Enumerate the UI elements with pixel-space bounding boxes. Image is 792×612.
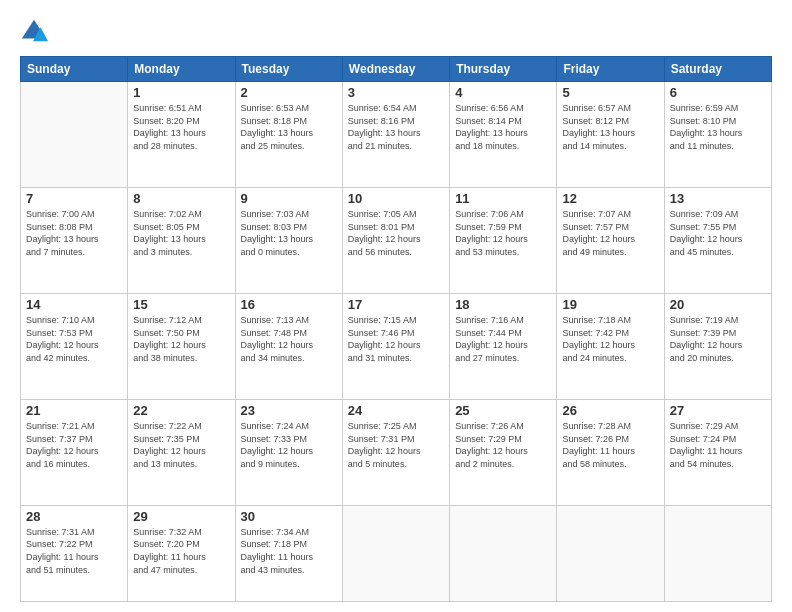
day-number: 12	[562, 191, 658, 206]
table-row	[450, 505, 557, 601]
cell-info: Sunrise: 7:13 AM Sunset: 7:48 PM Dayligh…	[241, 314, 337, 364]
table-row: 17Sunrise: 7:15 AM Sunset: 7:46 PM Dayli…	[342, 293, 449, 399]
cell-info: Sunrise: 6:57 AM Sunset: 8:12 PM Dayligh…	[562, 102, 658, 152]
cell-info: Sunrise: 7:19 AM Sunset: 7:39 PM Dayligh…	[670, 314, 766, 364]
day-number: 18	[455, 297, 551, 312]
logo-icon	[20, 18, 48, 46]
table-row: 21Sunrise: 7:21 AM Sunset: 7:37 PM Dayli…	[21, 399, 128, 505]
cell-info: Sunrise: 6:54 AM Sunset: 8:16 PM Dayligh…	[348, 102, 444, 152]
calendar-week-2: 7Sunrise: 7:00 AM Sunset: 8:08 PM Daylig…	[21, 187, 772, 293]
day-number: 2	[241, 85, 337, 100]
day-number: 9	[241, 191, 337, 206]
cell-info: Sunrise: 7:28 AM Sunset: 7:26 PM Dayligh…	[562, 420, 658, 470]
day-number: 23	[241, 403, 337, 418]
day-number: 30	[241, 509, 337, 524]
cell-info: Sunrise: 7:12 AM Sunset: 7:50 PM Dayligh…	[133, 314, 229, 364]
day-number: 24	[348, 403, 444, 418]
cell-info: Sunrise: 7:06 AM Sunset: 7:59 PM Dayligh…	[455, 208, 551, 258]
table-row: 13Sunrise: 7:09 AM Sunset: 7:55 PM Dayli…	[664, 187, 771, 293]
day-number: 29	[133, 509, 229, 524]
table-row: 11Sunrise: 7:06 AM Sunset: 7:59 PM Dayli…	[450, 187, 557, 293]
cell-info: Sunrise: 7:29 AM Sunset: 7:24 PM Dayligh…	[670, 420, 766, 470]
day-number: 27	[670, 403, 766, 418]
day-number: 20	[670, 297, 766, 312]
day-number: 21	[26, 403, 122, 418]
table-row: 29Sunrise: 7:32 AM Sunset: 7:20 PM Dayli…	[128, 505, 235, 601]
table-row: 26Sunrise: 7:28 AM Sunset: 7:26 PM Dayli…	[557, 399, 664, 505]
cell-info: Sunrise: 7:02 AM Sunset: 8:05 PM Dayligh…	[133, 208, 229, 258]
logo	[20, 18, 52, 46]
cell-info: Sunrise: 7:26 AM Sunset: 7:29 PM Dayligh…	[455, 420, 551, 470]
day-header-thursday: Thursday	[450, 57, 557, 82]
day-number: 5	[562, 85, 658, 100]
table-row: 19Sunrise: 7:18 AM Sunset: 7:42 PM Dayli…	[557, 293, 664, 399]
table-row: 1Sunrise: 6:51 AM Sunset: 8:20 PM Daylig…	[128, 82, 235, 188]
day-number: 6	[670, 85, 766, 100]
table-row: 6Sunrise: 6:59 AM Sunset: 8:10 PM Daylig…	[664, 82, 771, 188]
table-row: 14Sunrise: 7:10 AM Sunset: 7:53 PM Dayli…	[21, 293, 128, 399]
cell-info: Sunrise: 7:00 AM Sunset: 8:08 PM Dayligh…	[26, 208, 122, 258]
day-number: 22	[133, 403, 229, 418]
page: SundayMondayTuesdayWednesdayThursdayFrid…	[0, 0, 792, 612]
day-header-wednesday: Wednesday	[342, 57, 449, 82]
table-row: 9Sunrise: 7:03 AM Sunset: 8:03 PM Daylig…	[235, 187, 342, 293]
day-number: 19	[562, 297, 658, 312]
table-row	[21, 82, 128, 188]
day-header-saturday: Saturday	[664, 57, 771, 82]
cell-info: Sunrise: 7:09 AM Sunset: 7:55 PM Dayligh…	[670, 208, 766, 258]
table-row: 16Sunrise: 7:13 AM Sunset: 7:48 PM Dayli…	[235, 293, 342, 399]
calendar-week-4: 21Sunrise: 7:21 AM Sunset: 7:37 PM Dayli…	[21, 399, 772, 505]
cell-info: Sunrise: 7:05 AM Sunset: 8:01 PM Dayligh…	[348, 208, 444, 258]
calendar-table: SundayMondayTuesdayWednesdayThursdayFrid…	[20, 56, 772, 602]
table-row: 20Sunrise: 7:19 AM Sunset: 7:39 PM Dayli…	[664, 293, 771, 399]
header	[20, 18, 772, 46]
cell-info: Sunrise: 7:16 AM Sunset: 7:44 PM Dayligh…	[455, 314, 551, 364]
table-row	[664, 505, 771, 601]
cell-info: Sunrise: 7:25 AM Sunset: 7:31 PM Dayligh…	[348, 420, 444, 470]
day-number: 25	[455, 403, 551, 418]
day-number: 28	[26, 509, 122, 524]
table-row: 4Sunrise: 6:56 AM Sunset: 8:14 PM Daylig…	[450, 82, 557, 188]
day-number: 1	[133, 85, 229, 100]
calendar-week-1: 1Sunrise: 6:51 AM Sunset: 8:20 PM Daylig…	[21, 82, 772, 188]
day-number: 14	[26, 297, 122, 312]
table-row: 22Sunrise: 7:22 AM Sunset: 7:35 PM Dayli…	[128, 399, 235, 505]
day-number: 17	[348, 297, 444, 312]
cell-info: Sunrise: 7:07 AM Sunset: 7:57 PM Dayligh…	[562, 208, 658, 258]
day-number: 16	[241, 297, 337, 312]
table-row: 7Sunrise: 7:00 AM Sunset: 8:08 PM Daylig…	[21, 187, 128, 293]
table-row: 12Sunrise: 7:07 AM Sunset: 7:57 PM Dayli…	[557, 187, 664, 293]
table-row: 18Sunrise: 7:16 AM Sunset: 7:44 PM Dayli…	[450, 293, 557, 399]
day-number: 7	[26, 191, 122, 206]
table-row: 27Sunrise: 7:29 AM Sunset: 7:24 PM Dayli…	[664, 399, 771, 505]
table-row: 10Sunrise: 7:05 AM Sunset: 8:01 PM Dayli…	[342, 187, 449, 293]
table-row: 24Sunrise: 7:25 AM Sunset: 7:31 PM Dayli…	[342, 399, 449, 505]
calendar-week-3: 14Sunrise: 7:10 AM Sunset: 7:53 PM Dayli…	[21, 293, 772, 399]
table-row	[342, 505, 449, 601]
cell-info: Sunrise: 7:21 AM Sunset: 7:37 PM Dayligh…	[26, 420, 122, 470]
cell-info: Sunrise: 6:53 AM Sunset: 8:18 PM Dayligh…	[241, 102, 337, 152]
table-row: 2Sunrise: 6:53 AM Sunset: 8:18 PM Daylig…	[235, 82, 342, 188]
table-row: 23Sunrise: 7:24 AM Sunset: 7:33 PM Dayli…	[235, 399, 342, 505]
cell-info: Sunrise: 7:24 AM Sunset: 7:33 PM Dayligh…	[241, 420, 337, 470]
table-row: 15Sunrise: 7:12 AM Sunset: 7:50 PM Dayli…	[128, 293, 235, 399]
day-header-monday: Monday	[128, 57, 235, 82]
day-header-tuesday: Tuesday	[235, 57, 342, 82]
day-number: 11	[455, 191, 551, 206]
table-row: 30Sunrise: 7:34 AM Sunset: 7:18 PM Dayli…	[235, 505, 342, 601]
cell-info: Sunrise: 7:34 AM Sunset: 7:18 PM Dayligh…	[241, 526, 337, 576]
day-number: 10	[348, 191, 444, 206]
table-row: 25Sunrise: 7:26 AM Sunset: 7:29 PM Dayli…	[450, 399, 557, 505]
day-number: 15	[133, 297, 229, 312]
table-row: 5Sunrise: 6:57 AM Sunset: 8:12 PM Daylig…	[557, 82, 664, 188]
day-header-friday: Friday	[557, 57, 664, 82]
cell-info: Sunrise: 7:03 AM Sunset: 8:03 PM Dayligh…	[241, 208, 337, 258]
table-row	[557, 505, 664, 601]
cell-info: Sunrise: 6:51 AM Sunset: 8:20 PM Dayligh…	[133, 102, 229, 152]
day-header-sunday: Sunday	[21, 57, 128, 82]
day-number: 13	[670, 191, 766, 206]
day-number: 4	[455, 85, 551, 100]
table-row: 28Sunrise: 7:31 AM Sunset: 7:22 PM Dayli…	[21, 505, 128, 601]
cell-info: Sunrise: 6:56 AM Sunset: 8:14 PM Dayligh…	[455, 102, 551, 152]
table-row: 3Sunrise: 6:54 AM Sunset: 8:16 PM Daylig…	[342, 82, 449, 188]
